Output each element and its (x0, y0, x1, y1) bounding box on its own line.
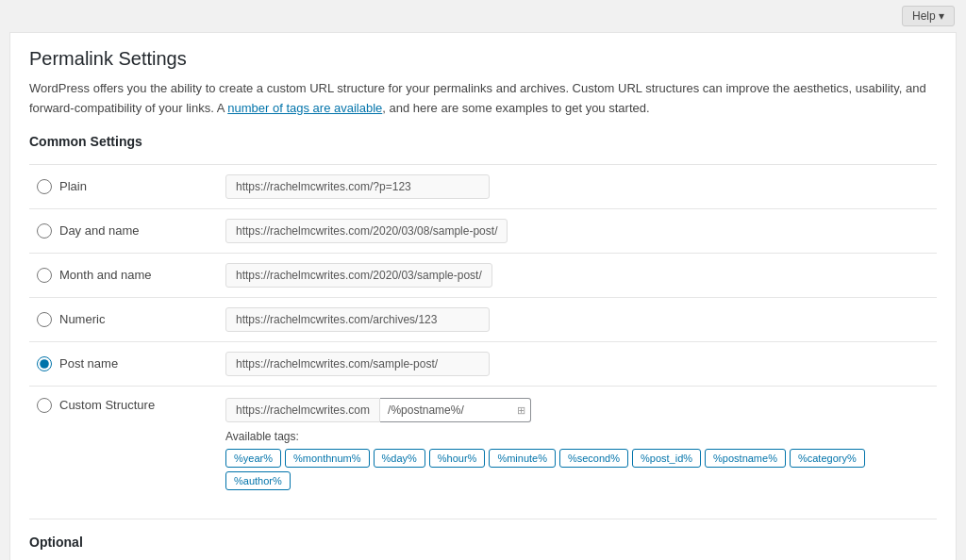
url-display-day-name: https://rachelmcwrites.com/2020/03/08/sa… (225, 219, 508, 243)
radio-month-name[interactable] (37, 268, 52, 283)
tag-btn-day[interactable]: %day% (374, 449, 425, 468)
top-bar: Help ▾ (0, 0, 966, 32)
url-display-month-name: https://rachelmcwrites.com/2020/03/sampl… (225, 263, 492, 288)
radio-post-name[interactable] (37, 356, 52, 371)
radio-label-plain[interactable]: Plain (37, 179, 210, 194)
radio-label-text-numeric: Numeric (59, 312, 105, 326)
help-button[interactable]: Help ▾ (902, 6, 955, 26)
radio-label-text-post-name: Post name (59, 356, 118, 371)
custom-structure-input[interactable] (380, 398, 531, 422)
url-display-numeric: https://rachelmcwrites.com/archives/123 (225, 307, 490, 332)
radio-label-day-name[interactable]: Day and name (37, 223, 210, 239)
radio-label-text-day-name: Day and name (59, 223, 140, 238)
radio-label-text-plain: Plain (59, 179, 87, 193)
tag-btn-postname[interactable]: %postname% (705, 449, 786, 468)
radio-plain[interactable] (37, 179, 52, 194)
custom-input-wrapper: ⊞ (380, 398, 531, 422)
available-tags-label: Available tags: (225, 430, 929, 443)
tag-btn-category[interactable]: %category% (790, 449, 865, 468)
tag-btn-post_id[interactable]: %post_id% (632, 449, 701, 468)
grid-icon: ⊞ (517, 404, 525, 416)
tag-btn-author[interactable]: %author% (225, 471, 291, 490)
radio-label-numeric[interactable]: Numeric (37, 312, 210, 327)
radio-label-post-name[interactable]: Post name (37, 356, 210, 371)
url-display-plain: https://rachelmcwrites.com/?p=123 (225, 174, 490, 199)
url-display-post-name: https://rachelmcwrites.com/sample-post/ (225, 352, 490, 376)
optional-title: Optional (29, 535, 937, 553)
common-settings-table: Plain https://rachelmcwrites.com/?p=123 … (29, 164, 937, 500)
custom-structure-inputs: https://rachelmcwrites.com ⊞ (225, 398, 929, 422)
custom-structure-label[interactable]: Custom Structure (37, 398, 210, 413)
radio-row-numeric: Numeric https://rachelmcwrites.com/archi… (29, 297, 937, 341)
tag-btn-minute[interactable]: %minute% (489, 449, 556, 468)
radio-label-month-name[interactable]: Month and name (37, 268, 210, 283)
optional-section: Optional If you like, you may enter cust… (29, 519, 937, 560)
intro-text: WordPress offers you the ability to crea… (29, 79, 937, 119)
radio-row-plain: Plain https://rachelmcwrites.com/?p=123 (29, 164, 937, 208)
radio-row-month-name: Month and name https://rachelmcwrites.co… (29, 253, 937, 297)
custom-structure-label-text: Custom Structure (59, 398, 155, 412)
intro-link[interactable]: number of tags are available (227, 101, 382, 115)
radio-row-post-name: Post name https://rachelmcwrites.com/sam… (29, 341, 937, 386)
radio-label-text-month-name: Month and name (59, 268, 152, 282)
tags-container: %year%%monthnum%%day%%hour%%minute%%seco… (225, 449, 929, 490)
tag-btn-monthnum[interactable]: %monthnum% (285, 449, 370, 468)
page-wrapper: Help ▾ Permalink Settings WordPress offe… (0, 0, 966, 560)
custom-structure-row: Custom Structure https://rachelmcwrites.… (29, 386, 937, 500)
radio-day-name[interactable] (37, 223, 52, 239)
radio-row-day-name: Day and name https://rachelmcwrites.com/… (29, 208, 937, 253)
custom-structure-radio[interactable] (37, 398, 52, 413)
radio-numeric[interactable] (37, 312, 52, 327)
common-settings-title: Common Settings (29, 134, 937, 153)
tag-btn-year[interactable]: %year% (225, 449, 281, 468)
tag-btn-second[interactable]: %second% (559, 449, 628, 468)
content-area: Permalink Settings WordPress offers you … (9, 32, 957, 560)
custom-url-prefix: https://rachelmcwrites.com (225, 398, 380, 422)
intro-after-link: , and here are some examples to get you … (382, 101, 649, 115)
tag-btn-hour[interactable]: %hour% (429, 449, 486, 468)
page-title: Permalink Settings (29, 48, 937, 70)
